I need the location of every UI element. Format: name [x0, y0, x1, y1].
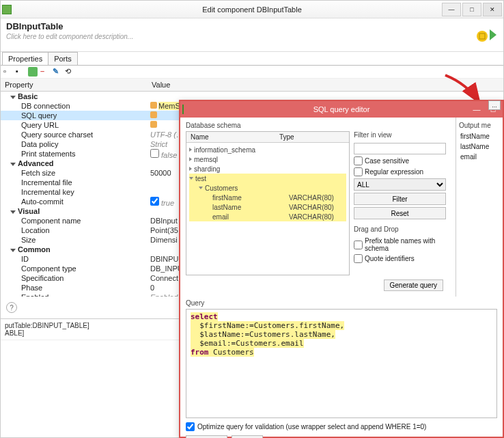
prop-inc-file[interactable]: Incremental file — [1, 178, 148, 187]
output-label: Output me — [459, 122, 500, 129]
maximize-button[interactable]: □ — [462, 3, 481, 16]
tab-properties[interactable]: Properties — [2, 52, 48, 65]
expand-icon[interactable]: ▪ — [16, 67, 25, 77]
prop-auto[interactable]: Auto-commit — [1, 197, 148, 206]
group-visual[interactable]: Visual — [18, 207, 40, 215]
tabs: Properties Ports — [1, 52, 503, 66]
prop-charset[interactable]: Query source charset — [1, 131, 148, 139]
validate-button[interactable]: Validate — [186, 435, 227, 438]
warn-icon — [150, 102, 157, 109]
warn-icon — [150, 111, 157, 118]
prop-id[interactable]: ID — [1, 255, 148, 263]
prop-phase[interactable]: Phase — [1, 284, 148, 292]
close-button[interactable]: ✕ — [483, 3, 502, 16]
reset-icon[interactable]: ⟲ — [65, 67, 74, 77]
sql-window-title: SQL query editor — [313, 105, 370, 113]
group-advanced[interactable]: Advanced — [18, 159, 54, 167]
output-panel: Output me firstName lastName email — [456, 118, 503, 297]
group-basic[interactable]: Basic — [18, 92, 38, 100]
tab-ports[interactable]: Ports — [48, 52, 78, 65]
component-icon — [473, 21, 498, 46]
edit-icon[interactable]: ✎ — [53, 67, 62, 77]
view-button[interactable]: View — [232, 435, 263, 438]
filter-select[interactable]: ALL — [354, 178, 446, 191]
collapse-icon[interactable]: ▫ — [3, 67, 13, 77]
schema-customers[interactable]: Customers — [205, 184, 238, 192]
main-titlebar: Edit component DBInputTable — □ ✕ — [1, 1, 503, 18]
component-name: DBInputTable — [6, 21, 133, 31]
prop-fetch[interactable]: Fetch size — [1, 169, 148, 177]
col-property: Property — [1, 79, 148, 91]
prefix-checkbox[interactable] — [354, 241, 363, 249]
sql-app-icon — [182, 105, 184, 114]
sql-minimize-button[interactable]: — — [469, 103, 484, 115]
prop-ctype[interactable]: Component type — [1, 264, 148, 273]
sql-query-ellipsis-button[interactable]: ... — [488, 100, 501, 110]
window-title: Edit component DBInputTable — [202, 5, 302, 14]
schema-test[interactable]: test — [195, 175, 206, 182]
regex-checkbox[interactable] — [354, 167, 363, 176]
filter-panel: Filter in view Case sensitive Regular ex… — [354, 131, 446, 271]
col-firstname[interactable]: firstName — [212, 194, 289, 202]
minimize-button[interactable]: — — [442, 3, 461, 16]
prop-cname[interactable]: Component name — [1, 217, 148, 225]
schema-info[interactable]: information_schema — [194, 146, 255, 154]
dnd-label: Drag and Drop — [354, 225, 446, 233]
schema-sharding[interactable]: sharding — [194, 165, 220, 173]
help-icon[interactable]: ? — [6, 302, 17, 313]
print-checkbox[interactable] — [150, 149, 159, 158]
out-lastname[interactable]: lastName — [459, 141, 500, 152]
reset-button[interactable]: Reset — [354, 207, 446, 219]
prop-location[interactable]: Location — [1, 226, 148, 234]
sql-query-editor-window: SQL query editor — □ Database schema Nam… — [179, 100, 504, 438]
query-label: Query — [186, 299, 497, 307]
svg-rect-1 — [479, 33, 485, 39]
prop-print[interactable]: Print statements — [1, 150, 148, 158]
status-line2: ABLE] — [5, 329, 89, 337]
optimize-label: Optimize query for validation (use wrapp… — [197, 423, 426, 430]
schema-col-name: Name — [186, 132, 275, 142]
remove-icon[interactable]: – — [40, 67, 50, 77]
schema-label: Database schema — [186, 122, 450, 129]
case-checkbox[interactable] — [354, 156, 363, 165]
quote-checkbox[interactable] — [354, 254, 363, 263]
col-value: Value — [148, 79, 503, 91]
prop-spec[interactable]: Specification — [1, 274, 148, 282]
schema-tree[interactable]: Name Type information_schema memsql shar… — [186, 131, 350, 275]
sql-titlebar: SQL query editor — □ — [180, 101, 503, 118]
prop-inc-key[interactable]: Incremental key — [1, 188, 148, 196]
prop-data-policy[interactable]: Data policy — [1, 140, 148, 148]
app-icon — [2, 5, 12, 14]
prop-size[interactable]: Size — [1, 236, 148, 244]
warn-icon — [150, 121, 157, 128]
prop-sql-query[interactable]: SQL query — [1, 111, 148, 120]
out-firstname[interactable]: firstName — [459, 131, 500, 141]
query-textarea[interactable]: select $firstName:=Customers.firstName, … — [186, 309, 497, 418]
add-icon[interactable] — [28, 67, 38, 77]
properties-toolbar: ▫ ▪ – ✎ ⟲ — [1, 66, 503, 79]
group-common[interactable]: Common — [18, 245, 51, 254]
schema-col-type: Type — [275, 132, 349, 142]
col-email[interactable]: email — [212, 213, 289, 221]
schema-memsql[interactable]: memsql — [194, 156, 218, 163]
component-header: DBInputTable Click here to edit componen… — [1, 18, 503, 52]
prop-enabled[interactable]: Enabled — [1, 293, 148, 297]
filter-label: Filter in view — [354, 131, 446, 139]
component-description[interactable]: Click here to edit component description… — [6, 33, 133, 40]
prop-query-url[interactable]: Query URL — [1, 121, 148, 129]
prop-db-connection[interactable]: DB connection — [1, 102, 148, 110]
optimize-checkbox[interactable] — [186, 422, 195, 431]
out-email[interactable]: email — [459, 152, 500, 162]
status-line1: putTable:DBINPUT_TABLE] — [5, 322, 89, 329]
auto-checkbox[interactable] — [150, 197, 159, 206]
generate-query-button[interactable]: Generate query — [384, 279, 444, 291]
filter-input[interactable] — [354, 143, 446, 154]
filter-button[interactable]: Filter — [354, 193, 446, 205]
properties-header: Property Value — [1, 79, 503, 92]
col-lastname[interactable]: lastName — [212, 204, 289, 211]
